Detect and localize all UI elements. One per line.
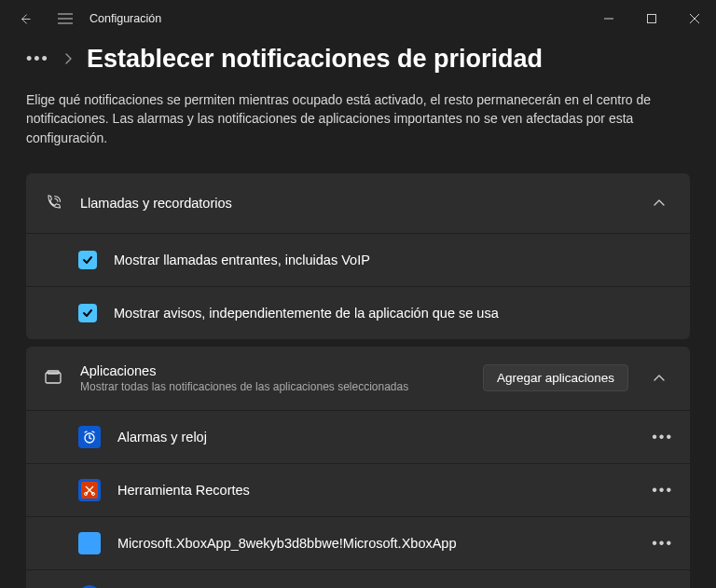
more-icon[interactable]: ••• xyxy=(652,482,673,499)
chevron-right-icon xyxy=(64,52,72,67)
page-description: Elige qué notificaciones se permiten mie… xyxy=(26,90,679,147)
apps-title: Aplicaciones xyxy=(80,363,466,378)
app-row-nearby-share[interactable]: Uso compartido en proximidad ••• xyxy=(26,569,690,588)
checkbox-reminders[interactable] xyxy=(78,304,97,322)
page-title: Establecer notificaciones de prioridad xyxy=(87,45,543,74)
add-apps-button[interactable]: Agregar aplicaciones xyxy=(483,364,628,391)
breadcrumb: ••• Establecer notificaciones de priorid… xyxy=(26,45,690,74)
option-reminders-label: Mostrar avisos, independientemente de la… xyxy=(114,306,673,321)
section-apps: Aplicaciones Mostrar todas las notificac… xyxy=(26,347,690,588)
section-calls-reminders: Llamadas y recordatorios Mostrar llamada… xyxy=(26,173,690,339)
more-icon[interactable]: ••• xyxy=(652,429,673,445)
app-icon-alarms xyxy=(78,426,101,448)
breadcrumb-ellipsis[interactable]: ••• xyxy=(26,49,49,69)
chevron-up-icon xyxy=(645,199,673,207)
checkbox-voip[interactable] xyxy=(78,251,97,269)
option-voip-label: Mostrar llamadas entrantes, incluidas Vo… xyxy=(114,253,673,267)
app-name: Microsoft.XboxApp_8wekyb3d8bbwe!Microsof… xyxy=(117,536,635,551)
window-title: Configuración xyxy=(90,12,161,25)
content-area: ••• Establecer notificaciones de priorid… xyxy=(0,37,716,588)
titlebar: Configuración xyxy=(0,0,716,37)
app-row-xbox[interactable]: Microsoft.XboxApp_8wekyb3d8bbwe!Microsof… xyxy=(26,516,690,569)
close-button[interactable] xyxy=(673,4,716,34)
app-name: Alarmas y reloj xyxy=(117,430,635,444)
chevron-up-icon xyxy=(645,375,673,382)
app-row-snipping[interactable]: Herramienta Recortes ••• xyxy=(26,463,690,516)
back-button[interactable] xyxy=(7,2,41,35)
calls-header[interactable]: Llamadas y recordatorios xyxy=(26,173,690,233)
option-reminders[interactable]: Mostrar avisos, independientemente de la… xyxy=(26,286,690,339)
more-icon[interactable]: ••• xyxy=(652,535,673,552)
apps-header[interactable]: Aplicaciones Mostrar todas las notificac… xyxy=(26,347,690,410)
apps-subtitle: Mostrar todas las notificaciones de las … xyxy=(80,380,466,393)
app-icon-snipping xyxy=(78,479,101,501)
svg-rect-0 xyxy=(648,15,656,23)
app-icon-xbox xyxy=(78,532,101,554)
nav-menu-button[interactable] xyxy=(48,2,82,35)
maximize-button[interactable] xyxy=(630,4,673,34)
app-row-alarms[interactable]: Alarmas y reloj ••• xyxy=(26,410,690,463)
phone-icon xyxy=(43,194,63,212)
option-voip[interactable]: Mostrar llamadas entrantes, incluidas Vo… xyxy=(26,233,690,286)
apps-icon xyxy=(43,370,63,387)
minimize-button[interactable] xyxy=(587,4,630,34)
app-name: Herramienta Recortes xyxy=(117,483,635,498)
calls-title: Llamadas y recordatorios xyxy=(80,196,628,211)
